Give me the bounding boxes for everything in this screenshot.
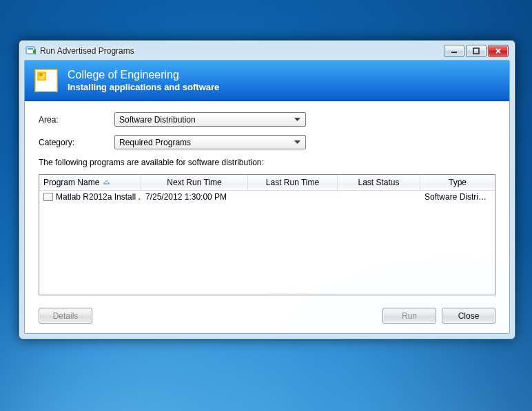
area-label: Area: (39, 115, 114, 125)
cell-type: Software Distribution (420, 192, 495, 202)
button-label: Run (402, 311, 417, 321)
program-listview: Program Name Next Run Time Last Run Time… (39, 174, 495, 295)
area-combobox-value: Software Distribution (119, 115, 291, 125)
program-icon (43, 193, 53, 201)
category-row: Category: Required Programs (39, 135, 495, 149)
minimize-button[interactable] (444, 45, 464, 57)
area-row: Area: Software Distribution (39, 112, 495, 127)
category-label: Category: (39, 138, 114, 147)
svg-marker-5 (294, 118, 300, 121)
spacer (98, 308, 377, 324)
banner-title: College of Engineering (68, 69, 219, 81)
svg-rect-4 (473, 48, 479, 54)
details-button[interactable]: Details (39, 308, 92, 324)
chevron-down-icon (291, 118, 303, 122)
column-header-last-run[interactable]: Last Run Time (248, 175, 338, 190)
column-label: Type (449, 178, 467, 187)
column-label: Program Name (43, 178, 99, 187)
area-combobox[interactable]: Software Distribution (114, 112, 306, 127)
column-header-type[interactable]: Type (420, 175, 495, 190)
column-header-program-name[interactable]: Program Name (39, 175, 141, 190)
list-item[interactable]: Matlab R2012a Install ... 7/25/2012 1:30… (39, 191, 495, 203)
instruction-text: The following programs are available for… (39, 158, 495, 167)
column-header-next-run[interactable]: Next Run Time (141, 175, 248, 190)
category-combobox-value: Required Programs (119, 138, 291, 147)
column-label: Last Status (358, 178, 399, 187)
banner-text: College of Engineering Installing applic… (68, 69, 219, 92)
svg-rect-1 (28, 48, 33, 50)
app-icon (25, 45, 37, 56)
titlebar: Run Advertised Programs (24, 45, 510, 60)
cell-next-run: 7/25/2012 1:30:00 PM (141, 192, 248, 202)
banner: College of Engineering Installing applic… (25, 61, 509, 101)
listview-body[interactable]: Matlab R2012a Install ... 7/25/2012 1:30… (39, 191, 495, 295)
svg-marker-6 (294, 140, 300, 144)
close-button[interactable]: Close (442, 308, 495, 324)
button-row: Details Run Close (39, 308, 495, 324)
chevron-down-icon (291, 140, 303, 145)
app-window: Run Advertised Programs College of Engin… (19, 40, 515, 339)
button-label: Close (458, 311, 480, 321)
column-header-last-status[interactable]: Last Status (338, 175, 420, 190)
svg-marker-7 (103, 180, 110, 184)
banner-icon (34, 69, 58, 92)
run-button[interactable]: Run (382, 308, 436, 324)
content-area: Area: Software Distribution Category: Re… (25, 101, 509, 333)
column-label: Last Run Time (266, 178, 319, 187)
sort-ascending-icon (103, 180, 110, 185)
window-title: Run Advertised Programs (40, 46, 444, 56)
banner-subtitle: Installing applications and software (68, 82, 219, 92)
button-label: Details (53, 311, 79, 321)
client-area: College of Engineering Installing applic… (24, 60, 510, 334)
column-label: Next Run Time (167, 178, 221, 187)
program-name-text: Matlab R2012a Install ... (56, 192, 141, 202)
listview-header: Program Name Next Run Time Last Run Time… (39, 175, 495, 191)
window-control-buttons (444, 45, 509, 57)
category-combobox[interactable]: Required Programs (114, 135, 306, 149)
cell-program-name: Matlab R2012a Install ... (39, 192, 141, 202)
maximize-button[interactable] (466, 45, 487, 57)
close-window-button[interactable] (488, 45, 509, 57)
svg-rect-3 (451, 52, 457, 53)
